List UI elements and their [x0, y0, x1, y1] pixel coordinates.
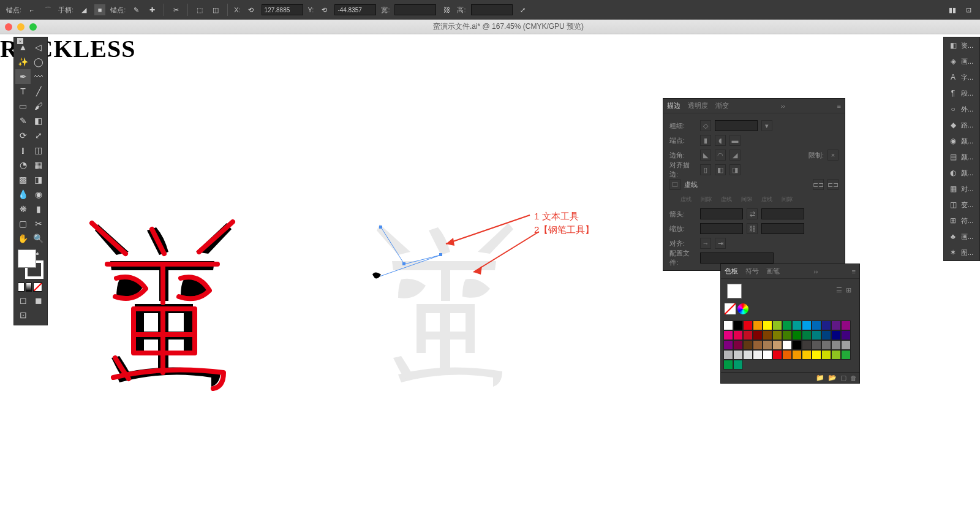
y-input[interactable]: -44.8357 — [334, 4, 376, 15]
swatch-color[interactable] — [802, 340, 812, 350]
arrow-end-input[interactable] — [761, 208, 804, 219]
swatch-color[interactable] — [753, 350, 763, 360]
artboard-tool[interactable]: ▢ — [15, 216, 31, 231]
swatch-color[interactable] — [772, 350, 782, 360]
right-strip-item-9[interactable]: ▦对... — [944, 181, 979, 197]
delete-swatch-icon[interactable]: 🗑 — [850, 374, 857, 382]
swatch-color[interactable] — [821, 321, 831, 330]
weight-input[interactable] — [715, 120, 758, 131]
swatch-color[interactable] — [723, 340, 733, 350]
link-wh-icon[interactable]: ⛓ — [441, 4, 452, 15]
swatch-color[interactable] — [792, 350, 802, 360]
pen-tool[interactable]: ✒ — [15, 69, 31, 84]
collapse-icon[interactable]: ›› — [781, 102, 785, 110]
link-xy-icon[interactable]: ⟲ — [246, 4, 257, 15]
corner-miter-icon[interactable]: ◣ — [700, 150, 711, 161]
cap-round-icon[interactable]: ◖ — [715, 135, 726, 146]
cut-path-icon[interactable]: ✂ — [170, 4, 181, 15]
y-link-icon[interactable]: ⟲ — [318, 4, 330, 15]
close-tools-button[interactable]: × — [17, 38, 23, 44]
zoom-tool[interactable]: 🔍 — [31, 231, 46, 246]
right-strip-item-3[interactable]: ¶段... — [944, 85, 979, 101]
swatch-color[interactable] — [772, 330, 782, 340]
slice-tool[interactable]: ✂ — [31, 216, 46, 231]
swatch-color[interactable] — [841, 330, 851, 340]
swatch-color[interactable] — [812, 340, 821, 350]
swatch-color[interactable] — [812, 330, 821, 340]
link-scale-icon[interactable]: ⛓ — [747, 223, 758, 234]
fill-swatch[interactable] — [18, 249, 36, 268]
fit-icon[interactable]: ⤢ — [518, 4, 529, 15]
type-tool[interactable]: T — [15, 84, 31, 99]
h-input[interactable] — [471, 4, 513, 15]
grid-view-icon[interactable]: ⊞ — [846, 286, 856, 296]
right-strip-item-7[interactable]: ▤颜... — [944, 149, 979, 165]
panel-menu-icon[interactable]: ≡ — [837, 102, 841, 110]
swatch-color[interactable] — [723, 330, 733, 340]
swatch-color[interactable] — [782, 350, 792, 360]
align-center-icon[interactable]: ▯ — [700, 164, 711, 175]
right-strip-item-6[interactable]: ◉颜... — [944, 133, 979, 149]
panel-menu-icon[interactable]: ≡ — [852, 268, 856, 275]
curvature-tool[interactable]: 〰 — [31, 69, 46, 84]
swatch-color[interactable] — [723, 360, 733, 370]
free-transform-tool[interactable]: ◫ — [31, 143, 46, 157]
symbol-sprayer-tool[interactable]: ❋ — [15, 202, 31, 216]
anchor-corner-icon[interactable]: ⌐ — [26, 4, 37, 15]
rotate-tool[interactable]: ⟳ — [15, 128, 31, 143]
shaper-tool[interactable]: ✎ — [15, 113, 31, 128]
right-strip-item-0[interactable]: ◧资... — [944, 37, 979, 53]
swatch-color[interactable] — [821, 340, 831, 350]
anchor-smooth-icon[interactable]: ⌒ — [42, 4, 53, 15]
swatch-color[interactable] — [733, 340, 743, 350]
swatch-color[interactable] — [723, 350, 733, 360]
handle-hide-icon[interactable]: ■ — [94, 4, 105, 15]
swatch-color[interactable] — [743, 350, 753, 360]
remove-anchor-icon[interactable]: ✎ — [130, 4, 141, 15]
zoom-window-button[interactable] — [29, 23, 37, 31]
new-swatch-icon[interactable]: ▢ — [840, 374, 846, 382]
swatch-color[interactable] — [733, 321, 743, 330]
swatch-color[interactable] — [743, 340, 753, 350]
dash-checkbox[interactable]: ☐ — [669, 179, 680, 190]
swatch-color[interactable] — [772, 340, 782, 350]
handle-show-icon[interactable]: ◢ — [78, 4, 89, 15]
right-strip-item-11[interactable]: ⊞符... — [944, 213, 979, 229]
color-mode-solid[interactable] — [18, 283, 24, 292]
scale-end-input[interactable] — [761, 223, 804, 234]
w-input[interactable] — [394, 4, 436, 15]
swatch-color[interactable] — [831, 350, 841, 360]
right-strip-item-5[interactable]: ◆路... — [944, 117, 979, 133]
collapse-icon[interactable]: ›› — [813, 268, 818, 275]
swatch-color[interactable] — [802, 350, 812, 360]
stroke-tab[interactable]: 描边 — [667, 101, 680, 110]
align-outside-icon[interactable]: ◨ — [729, 164, 741, 175]
fill-stroke-box[interactable]: ⇄ — [18, 249, 43, 279]
list-view-icon[interactable]: ☰ — [836, 286, 846, 296]
swatch-color[interactable] — [743, 330, 753, 340]
dash-align-icon[interactable]: ⊏⊐ — [827, 179, 839, 190]
color-mode-none[interactable] — [33, 283, 42, 292]
right-strip-item-12[interactable]: ♣画... — [944, 229, 979, 245]
right-strip-item-2[interactable]: A字... — [944, 69, 979, 85]
right-strip-item-1[interactable]: ◈画... — [944, 53, 979, 69]
color-mode-gradient[interactable] — [26, 283, 32, 292]
swatch-color[interactable] — [753, 340, 763, 350]
swatch-color[interactable] — [802, 321, 812, 330]
dash-preserve-icon[interactable]: ⊏⊐ — [813, 179, 824, 190]
swatch-color[interactable] — [753, 330, 763, 340]
swatch-color[interactable] — [733, 360, 743, 370]
perspective-grid-tool[interactable]: ▦ — [31, 157, 46, 172]
x-input[interactable]: 127.8885 — [262, 4, 303, 15]
isolate-icon[interactable]: ⬚ — [194, 4, 205, 15]
gradient-tool[interactable]: ◨ — [31, 172, 46, 187]
swatch-color[interactable] — [782, 321, 792, 330]
swatch-color[interactable] — [753, 321, 763, 330]
swatch-color[interactable] — [831, 321, 841, 330]
swatch-color[interactable] — [792, 340, 802, 350]
right-strip-item-10[interactable]: ◫变... — [944, 197, 979, 213]
workspace-icon[interactable]: ⊡ — [963, 4, 974, 15]
arrow-start-input[interactable] — [700, 208, 743, 219]
swatch-color[interactable] — [821, 330, 831, 340]
right-strip-item-4[interactable]: ○外... — [944, 101, 979, 117]
